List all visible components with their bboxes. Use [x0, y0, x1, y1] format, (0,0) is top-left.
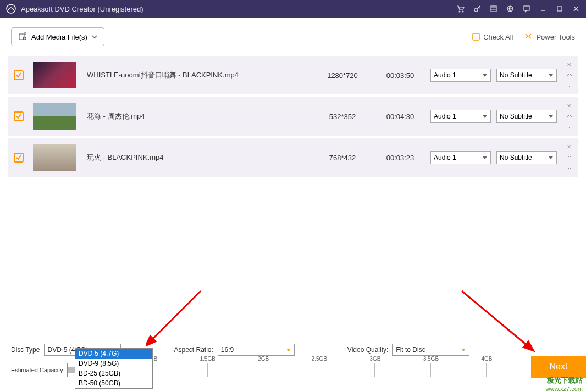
next-button[interactable]: Next — [531, 356, 586, 378]
dropdown-option[interactable]: BD-50 (50GB) — [75, 378, 152, 388]
resolution: 532*352 — [315, 113, 370, 121]
move-down-icon[interactable] — [567, 162, 572, 172]
globe-icon[interactable] — [506, 4, 515, 13]
power-tools-label: Power Tools — [536, 33, 575, 41]
svg-point-2 — [462, 11, 463, 12]
move-down-icon[interactable] — [567, 121, 572, 131]
maximize-icon[interactable] — [555, 4, 564, 13]
audio-select[interactable]: Audio 1 — [430, 151, 491, 164]
svg-point-1 — [459, 11, 460, 12]
check-all-label: Check All — [483, 33, 513, 41]
app-logo-icon — [5, 3, 16, 14]
power-tools-button[interactable]: Power Tools — [524, 32, 575, 41]
chevron-down-icon — [92, 34, 97, 40]
remove-icon[interactable]: ✕ — [567, 61, 572, 68]
filename: 玩火 - BLACKPINK.mp4 — [81, 153, 309, 163]
disc-type-label: Disc Type — [11, 346, 40, 354]
aspect-ratio-select[interactable]: 16:9 — [218, 344, 295, 356]
add-media-label: Add Media File(s) — [31, 33, 87, 41]
duration: 00:03:23 — [375, 154, 425, 162]
minimize-icon[interactable] — [539, 4, 548, 13]
add-media-button[interactable]: Add Media File(s) — [11, 27, 104, 46]
disc-type-dropdown[interactable]: DVD-5 (4.7G) DVD-9 (8.5G) BD-25 (25GB) B… — [75, 348, 153, 389]
close-icon[interactable] — [572, 4, 581, 13]
filename: 花海 - 周杰伦.mp4 — [81, 111, 309, 121]
row-checkbox[interactable] — [14, 70, 24, 80]
row-checkbox[interactable] — [14, 111, 24, 121]
video-quality-select[interactable]: Fit to Disc — [392, 344, 469, 356]
svg-rect-4 — [491, 6, 496, 12]
svg-rect-10 — [473, 33, 479, 40]
move-down-icon[interactable] — [567, 80, 572, 89]
dropdown-option[interactable]: DVD-9 (8.5G) — [75, 359, 152, 368]
remove-icon[interactable]: ✕ — [567, 144, 572, 150]
window-title: Apeaksoft DVD Creator (Unregistered) — [21, 5, 456, 13]
dropdown-option[interactable]: DVD-5 (4.7G) — [75, 349, 152, 359]
duration: 00:03:50 — [375, 71, 425, 80]
subtitle-select[interactable]: No Subtitle — [496, 69, 557, 82]
menu-icon[interactable] — [489, 4, 498, 13]
resolution: 1280*720 — [315, 71, 370, 80]
svg-point-0 — [7, 4, 15, 13]
subtitle-select[interactable]: No Subtitle — [496, 110, 557, 123]
media-row[interactable]: 玩火 - BLACKPINK.mp4 768*432 00:03:23 Audi… — [8, 138, 578, 177]
svg-rect-7 — [557, 7, 562, 11]
move-up-icon[interactable] — [567, 110, 572, 120]
watermark: 极光下载站 www.xz7.com — [546, 376, 583, 392]
audio-select[interactable]: Audio 1 — [430, 69, 491, 82]
cart-icon[interactable] — [456, 4, 465, 13]
move-up-icon[interactable] — [567, 69, 572, 79]
dropdown-option[interactable]: BD-25 (25GB) — [75, 368, 152, 378]
key-icon[interactable] — [473, 4, 482, 13]
svg-rect-6 — [524, 6, 529, 10]
estimated-capacity-label: Estimated Capacity: — [11, 367, 65, 373]
filename: WHISTLE-uoomi抖音口哨舞 - BLACKPINK.mp4 — [81, 70, 309, 80]
duration: 00:04:30 — [375, 113, 425, 121]
remove-icon[interactable]: ✕ — [567, 103, 572, 109]
video-quality-label: Video Quality: — [347, 346, 389, 354]
check-all-toggle[interactable]: Check All — [472, 33, 513, 41]
media-row[interactable]: WHISTLE-uoomi抖音口哨舞 - BLACKPINK.mp4 1280*… — [8, 56, 578, 94]
toolbar: Add Media File(s) Check All Power Tools — [0, 18, 586, 56]
thumbnail — [33, 103, 76, 130]
subtitle-select[interactable]: No Subtitle — [496, 151, 557, 164]
aspect-ratio-label: Aspect Ratio: — [174, 346, 213, 354]
audio-select[interactable]: Audio 1 — [430, 110, 491, 123]
resolution: 768*432 — [315, 154, 370, 162]
media-list: WHISTLE-uoomi抖音口哨舞 - BLACKPINK.mp4 1280*… — [0, 56, 586, 177]
titlebar: Apeaksoft DVD Creator (Unregistered) — [0, 0, 586, 18]
move-up-icon[interactable] — [567, 151, 572, 161]
thumbnail — [33, 144, 76, 171]
feedback-icon[interactable] — [522, 4, 531, 13]
media-row[interactable]: 花海 - 周杰伦.mp4 532*352 00:04:30 Audio 1 No… — [8, 97, 578, 136]
thumbnail — [33, 62, 76, 88]
row-checkbox[interactable] — [14, 153, 24, 163]
